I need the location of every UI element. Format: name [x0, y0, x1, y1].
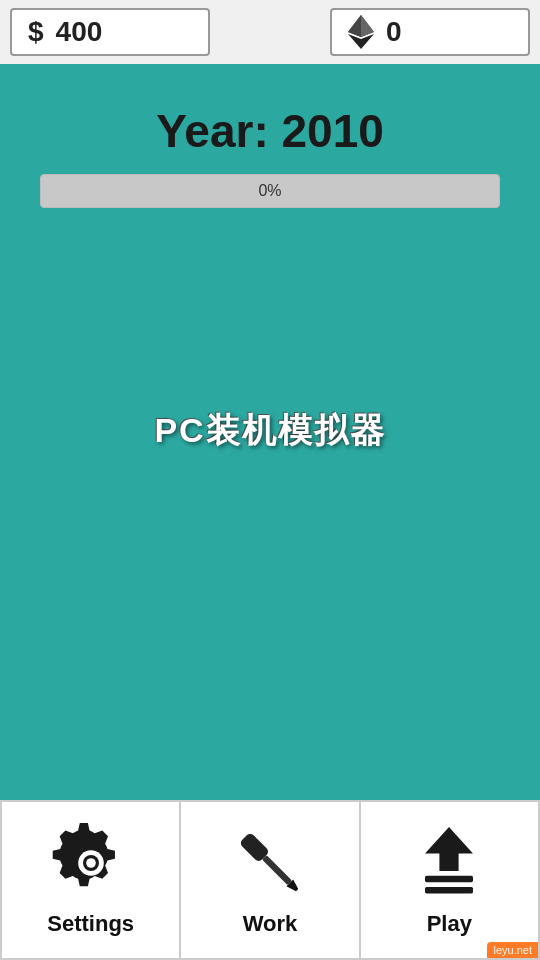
dollar-currency-box: $ 400 [10, 8, 210, 56]
eth-icon [348, 15, 374, 49]
dollar-icon: $ [28, 16, 44, 48]
year-title: Year: 2010 [156, 104, 384, 158]
game-title: PC装机模拟器 [154, 408, 385, 454]
progress-bar-container: 0% [40, 174, 500, 208]
play-button[interactable]: Play leyu.net [359, 800, 540, 960]
svg-marker-2 [361, 15, 374, 37]
play-icon [409, 823, 489, 903]
svg-rect-11 [425, 876, 473, 882]
svg-rect-8 [262, 855, 292, 885]
play-label: Play [427, 911, 472, 937]
eth-value: 0 [386, 16, 402, 48]
settings-button[interactable]: Settings [0, 800, 179, 960]
work-label: Work [243, 911, 298, 937]
leyu-watermark: leyu.net [487, 942, 538, 958]
bottom-nav: Settings Work Play leyu.net [0, 800, 540, 960]
screwdriver-icon [230, 823, 310, 903]
gear-icon [51, 823, 131, 903]
svg-marker-10 [425, 827, 473, 871]
main-content: Year: 2010 0% PC装机模拟器 [0, 64, 540, 800]
settings-label: Settings [47, 911, 134, 937]
top-bar: $ 400 0 [0, 0, 540, 64]
dollar-value: 400 [56, 16, 103, 48]
work-button[interactable]: Work [179, 800, 358, 960]
eth-currency-box: 0 [330, 8, 530, 56]
svg-point-6 [86, 858, 96, 868]
svg-rect-12 [425, 887, 473, 893]
svg-marker-3 [348, 15, 361, 37]
progress-label: 0% [258, 182, 281, 200]
